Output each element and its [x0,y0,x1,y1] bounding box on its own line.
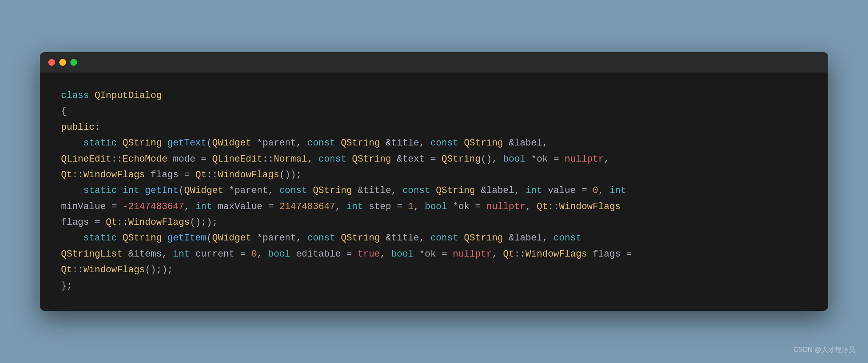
maximize-button[interactable] [70,59,77,66]
minimize-button[interactable] [59,59,66,66]
watermark: CSDN @人才程序员 [793,346,855,355]
code-window: class QInputDialog { public: static QStr… [40,52,828,311]
code-line-8: minValue = -2147483647, int maxValue = 2… [61,199,807,215]
code-line-12: Qt::WindowFlags();); [61,262,807,278]
close-button[interactable] [48,59,55,66]
code-line-1: class QInputDialog [61,88,807,103]
code-line-10: static QString getItem(QWidget *parent, … [61,230,807,246]
code-line-5: QLineEdit::EchoMode mode = QLineEdit::No… [61,151,807,167]
code-line-9: flags = Qt::WindowFlags();); [61,215,807,230]
code-line-11: QStringList &items, int current = 0, boo… [61,246,807,262]
code-line-3: public: [61,120,807,135]
titlebar [40,52,828,73]
code-line-2: { [61,103,807,119]
code-line-7: static int getInt(QWidget *parent, const… [61,183,807,198]
code-line-13: }; [61,278,807,294]
code-line-6: Qt::WindowFlags flags = Qt::WindowFlags(… [61,167,807,183]
code-block: class QInputDialog { public: static QStr… [40,73,828,311]
code-line-4: static QString getText(QWidget *parent, … [61,135,807,151]
